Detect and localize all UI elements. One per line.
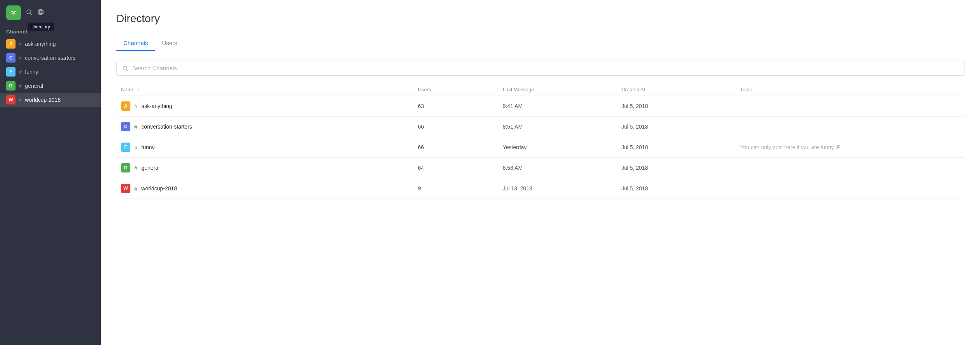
row-avatar-funny: F <box>121 143 130 152</box>
hash-icon: # <box>134 124 137 130</box>
sidebar-item-ask-anything[interactable]: A # ask-anything <box>0 37 101 51</box>
channels-table: Name ↑ Users Last Message Created At Top… <box>116 84 964 199</box>
cell-last-message-general: 8:58 AM <box>498 158 617 178</box>
search-box <box>116 61 964 76</box>
directory-tooltip-container: Directory <box>37 9 44 17</box>
row-channel-name: conversation-starters <box>141 124 192 130</box>
svg-point-7 <box>27 10 31 14</box>
page-title: Directory <box>116 12 964 25</box>
cell-name-worldcup-2018: W # worldcup-2018 <box>116 178 413 199</box>
cell-created-at-funny: Jul 5, 2018 <box>617 137 736 158</box>
channel-label: funny <box>25 69 38 75</box>
tab-users[interactable]: Users <box>155 36 184 51</box>
hash-icon: # <box>134 103 137 110</box>
col-header-topic: Topic <box>736 84 964 96</box>
globe-icon-container <box>26 9 33 17</box>
table-row[interactable]: A # ask-anything 63 9:41 AM Jul 5, 2018 <box>116 96 964 117</box>
cell-name-ask-anything: A # ask-anything <box>116 96 413 117</box>
svg-point-3 <box>11 12 12 13</box>
row-avatar-general: G <box>121 163 130 172</box>
hash-icon: # <box>134 144 137 151</box>
globe-icon[interactable] <box>37 9 44 17</box>
sidebar-header: Directory <box>0 0 101 26</box>
hash-icon: # <box>19 55 22 61</box>
cell-topic-worldcup-2018 <box>736 178 964 199</box>
cell-created-at-general: Jul 5, 2018 <box>617 158 736 178</box>
cell-topic-funny: You can only post here if you are funny … <box>736 137 964 158</box>
table-row[interactable]: W # worldcup-2018 9 Jul 13, 2018 Jul 5, … <box>116 178 964 199</box>
svg-point-14 <box>123 66 127 70</box>
col-header-last-message: Last Message <box>498 84 617 96</box>
row-avatar-conversation-starters: C <box>121 122 130 131</box>
directory-tooltip: Directory <box>28 23 54 31</box>
svg-line-8 <box>30 13 32 15</box>
row-channel-name: ask-anything <box>141 103 172 109</box>
hash-icon: # <box>134 165 137 171</box>
channel-label: conversation-starters <box>25 55 76 61</box>
hash-icon: # <box>134 185 137 192</box>
channel-label: ask-anything <box>25 41 55 47</box>
hash-icon: # <box>19 41 22 47</box>
table-row[interactable]: F # funny 66 Yesterday Jul 5, 2018 You c… <box>116 137 964 158</box>
sidebar-item-funny[interactable]: F # funny <box>0 65 101 79</box>
main-content-area: Directory Channels Users Name ↑ Us <box>101 0 980 345</box>
tabs-container: Channels Users <box>116 36 964 51</box>
sidebar-item-general[interactable]: G # general <box>0 79 101 93</box>
search-channels-input[interactable] <box>132 65 959 71</box>
row-avatar-ask-anything: A <box>121 101 130 111</box>
hash-icon: # <box>19 69 22 75</box>
col-header-created-at: Created At <box>617 84 736 96</box>
cell-users-ask-anything: 63 <box>413 96 498 117</box>
channel-avatar-worldcup-2018: W <box>6 95 16 105</box>
cell-last-message-worldcup-2018: Jul 13, 2018 <box>498 178 617 199</box>
channel-avatar-ask-anything: A <box>6 39 16 49</box>
hash-icon: # <box>19 83 22 89</box>
col-header-name: Name ↑ <box>116 84 413 96</box>
channel-label: worldcup-2018 <box>25 97 61 103</box>
cell-users-worldcup-2018: 9 <box>413 178 498 199</box>
cell-last-message-ask-anything: 9:41 AM <box>498 96 617 117</box>
channel-label: general <box>25 83 43 89</box>
search-icon[interactable] <box>26 9 33 17</box>
channel-avatar-conversation-starters: C <box>6 53 16 63</box>
cell-last-message-funny: Yesterday <box>498 137 617 158</box>
cell-topic-conversation-starters <box>736 117 964 137</box>
cell-name-funny: F # funny <box>116 137 413 158</box>
table-row[interactable]: C # conversation-starters 66 8:51 AM Jul… <box>116 117 964 137</box>
app-icon[interactable] <box>6 5 21 20</box>
table-row[interactable]: G # general 64 8:58 AM Jul 5, 2018 <box>116 158 964 178</box>
cell-created-at-ask-anything: Jul 5, 2018 <box>617 96 736 117</box>
channel-avatar-general: G <box>6 81 16 91</box>
cell-created-at-worldcup-2018: Jul 5, 2018 <box>617 178 736 199</box>
channel-list: A # ask-anything C # conversation-starte… <box>0 37 101 107</box>
cell-name-conversation-starters: C # conversation-starters <box>116 117 413 137</box>
tab-channels[interactable]: Channels <box>116 36 155 51</box>
svg-line-15 <box>126 69 128 71</box>
row-avatar-worldcup-2018: W <box>121 184 130 193</box>
search-icon <box>122 65 128 71</box>
main-scroll-area: Directory Channels Users Name ↑ Us <box>101 0 980 345</box>
cell-topic-general <box>736 158 964 178</box>
sidebar-item-conversation-starters[interactable]: C # conversation-starters <box>0 51 101 65</box>
row-channel-name: funny <box>141 144 154 150</box>
cell-users-funny: 66 <box>413 137 498 158</box>
col-header-users: Users <box>413 84 498 96</box>
hash-icon: # <box>19 97 22 103</box>
sort-icon: ↑ <box>137 88 139 92</box>
row-channel-name: worldcup-2018 <box>141 185 177 192</box>
cell-last-message-conversation-starters: 8:51 AM <box>498 117 617 137</box>
sidebar-item-worldcup-2018[interactable]: W # worldcup-2018 <box>0 93 101 107</box>
svg-point-5 <box>13 14 15 16</box>
cell-created-at-conversation-starters: Jul 5, 2018 <box>617 117 736 137</box>
channel-avatar-funny: F <box>6 67 16 77</box>
cell-users-conversation-starters: 66 <box>413 117 498 137</box>
cell-topic-ask-anything <box>736 96 964 117</box>
sidebar: Directory Channel A # ask-anything C # c… <box>0 0 101 345</box>
svg-point-4 <box>14 12 16 13</box>
cell-name-general: G # general <box>116 158 413 178</box>
cell-users-general: 64 <box>413 158 498 178</box>
row-channel-name: general <box>141 165 159 171</box>
